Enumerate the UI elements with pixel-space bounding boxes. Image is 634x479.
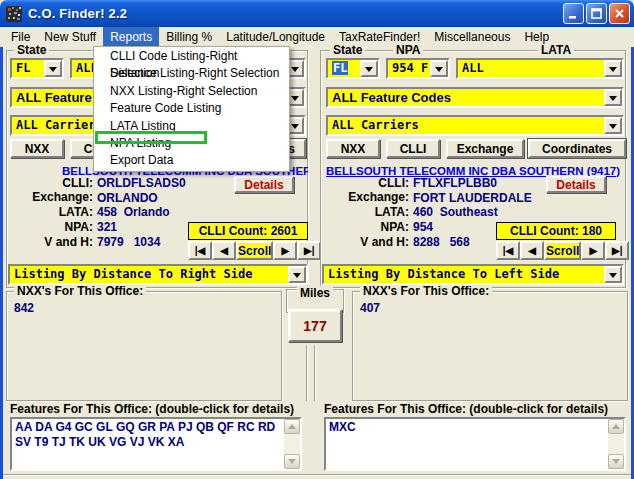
right-lata-combobox[interactable]: ALL [456,58,624,79]
left-clli-count: CLLI Count: 2601 [188,222,308,240]
right-nxx-office-label: NXX's For This Office: [360,285,492,298]
right-nxx-office-value: 407 [360,301,380,315]
left-scroll-button[interactable]: Scroll [236,241,273,260]
scroll-down-icon[interactable] [608,454,624,469]
right-features-label: Features For This Office: (double-click … [324,403,608,416]
left-lata-value: 458 Orlando [97,205,170,219]
right-exchange-label: Exchange: [320,190,409,204]
left-exchange-value: ORLANDO [97,191,158,205]
minimize-button[interactable] [563,3,584,24]
right-carriers-combobox[interactable]: ALL Carriers [326,115,624,136]
left-clli-value: ORLDFLSADS0 [97,176,186,190]
right-npa-group-label: NPA [393,44,423,57]
right-clli-value: FTLXFLPLBB0 [413,176,497,190]
right-lata-group-label: LATA [538,44,574,57]
menu-item-distance-listing[interactable]: Distance Listing-Right Selection [94,65,289,82]
left-npa-label: NPA: [6,220,93,234]
right-vh-label: V and H: [320,235,409,249]
right-npa-combobox[interactable]: 954 FL [386,58,450,79]
left-listing-mode-combobox[interactable]: Listing By Distance To Right Side [8,264,308,285]
left-vh-value: 7979 1034 [97,235,160,249]
chevron-down-icon[interactable] [604,266,622,283]
right-features-text: MXC [329,420,606,468]
left-details-button[interactable]: Details [234,176,294,193]
scroll-next-icon[interactable]: ▶ [581,241,605,260]
center-divider [314,345,315,401]
app-icon [6,6,22,22]
left-nxx-office-value: 842 [14,301,34,315]
right-state-combobox[interactable]: FL [326,58,380,79]
maximize-button[interactable] [586,3,607,24]
app-window: C.O. Finder! 2.2 File New Stuff Reports … [0,0,634,479]
scroll-down-icon[interactable] [284,454,300,469]
right-coordinates-button[interactable]: Coordinates [528,139,626,158]
annotation-highlight-box [95,131,207,144]
chevron-down-icon[interactable] [604,89,622,106]
right-clli-label: CLLI: [320,176,409,190]
right-features-scrollbar[interactable] [608,419,624,469]
left-exchange-label: Exchange: [6,190,93,204]
chevron-down-icon[interactable] [288,266,306,283]
right-npa-label: NPA: [320,220,409,234]
menu-item-clli-code-listing[interactable]: CLLI Code Listing-Right Selection [94,48,289,65]
left-clli-label: CLLI: [6,176,93,190]
right-feature-codes-combobox[interactable]: ALL Feature Codes [326,87,624,108]
titlebar[interactable]: C.O. Finder! 2.2 [0,0,634,27]
right-listing-mode-combobox[interactable]: Listing By Distance To Left Side [322,264,624,285]
left-state-group-label: State [14,44,49,57]
menu-item-nxx-listing[interactable]: NXX Listing-Right Selection [94,83,289,100]
right-clli-count: CLLI Count: 180 [496,222,616,240]
left-npa-value: 321 [97,220,117,234]
reports-dropdown-menu: CLLI Code Listing-Right Selection Distan… [93,46,290,172]
scroll-first-icon[interactable]: |◀ [188,241,212,260]
right-lata-label: LATA: [320,205,409,219]
chevron-down-icon[interactable] [604,117,622,134]
left-lata-label: LATA: [6,205,93,219]
chevron-down-icon[interactable] [604,60,622,77]
scroll-prev-icon[interactable]: ◀ [212,241,236,260]
left-vh-label: V and H: [6,235,93,249]
left-features-text: AA DA G4 GC GL GQ GR PA PJ QB QF RC RD S… [15,420,282,468]
close-button[interactable] [609,3,630,24]
right-panel: State NPA LATA FL 954 FL ALL ALL Feature… [320,44,628,479]
menu-item-feature-code-listing[interactable]: Feature Code Listing [94,100,289,117]
right-details-button[interactable]: Details [546,176,606,193]
right-npa-value: 954 [413,220,433,234]
left-features-listbox[interactable]: AA DA G4 GC GL GQ GR PA PJ QB QF RC RD S… [10,417,302,471]
window-bottom-edge [3,474,631,475]
left-nxx-office-groupbox [6,291,282,401]
left-nxx-office-label: NXX's For This Office: [14,285,146,298]
right-state-group-label: State [330,44,365,57]
right-exchange-button[interactable]: Exchange [446,139,524,158]
miles-label: Miles [297,286,333,300]
scroll-last-icon[interactable]: ▶| [297,241,321,260]
right-clli-button[interactable]: CLLI [386,139,440,158]
scroll-next-icon[interactable]: ▶ [273,241,297,260]
chevron-down-icon[interactable] [430,60,448,77]
right-scroll-controls: |◀ ◀ Scroll ▶ ▶| [496,241,616,260]
scroll-last-icon[interactable]: ▶| [605,241,629,260]
left-features-scrollbar[interactable] [284,419,300,469]
maximize-icon [591,8,602,19]
close-icon [614,8,625,19]
right-nxx-button[interactable]: NXX [326,139,380,158]
scroll-first-icon[interactable]: |◀ [496,241,520,260]
right-exchange-value: FORT LAUDERDALE [413,191,532,205]
miles-value-button[interactable]: 177 [288,309,342,342]
left-nxx-button[interactable]: NXX [10,139,64,158]
chevron-down-icon[interactable] [360,60,378,77]
left-state-combobox[interactable]: FL [10,58,64,79]
left-features-label: Features For This Office: (double-click … [10,403,294,416]
menu-item-export-data[interactable]: Export Data [94,152,289,169]
scroll-up-icon[interactable] [608,419,624,434]
scroll-up-icon[interactable] [284,419,300,434]
chevron-down-icon[interactable] [44,60,62,77]
window-border-left [0,47,3,479]
scroll-prev-icon[interactable]: ◀ [520,241,544,260]
window-title: C.O. Finder! 2.2 [28,6,127,21]
right-features-listbox[interactable]: MXC [324,417,626,471]
left-scroll-controls: |◀ ◀ Scroll ▶ ▶| [188,241,308,260]
miles-label-wrap: Miles [286,283,344,301]
minimize-icon [568,8,579,19]
right-scroll-button[interactable]: Scroll [544,241,581,260]
